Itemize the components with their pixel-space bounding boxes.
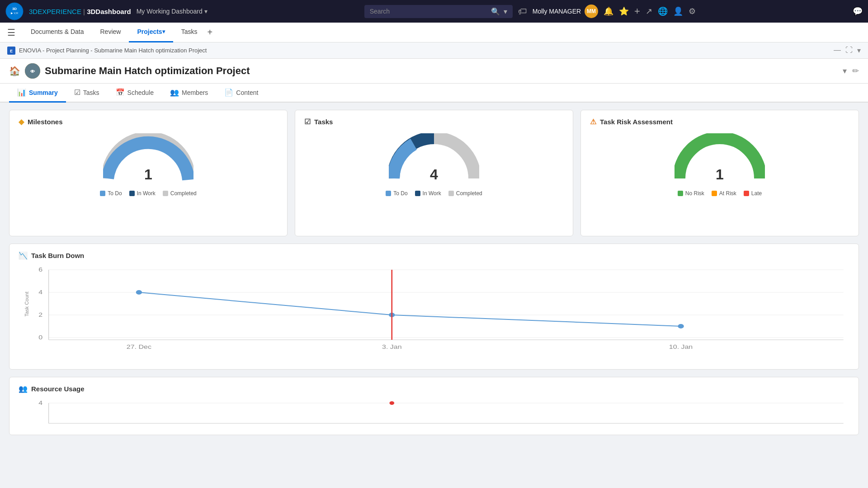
milestones-icon: ◆ — [19, 117, 24, 126]
nav-documents[interactable]: Documents & Data — [23, 23, 92, 42]
search-dropdown-icon[interactable]: ▾ — [504, 7, 507, 16]
dashboard-name[interactable]: My Working Dashboard ▾ — [137, 8, 208, 15]
milestones-widget: ◆ Milestones 1 To — [9, 110, 288, 236]
tag-icon[interactable]: 🏷 — [518, 6, 527, 17]
burndown-svg: 6 4 2 0 27. Dec 3. Jan 10. — [19, 265, 849, 360]
svg-text:0: 0 — [38, 334, 42, 341]
tasks-widget-icon: ☑ — [304, 117, 311, 126]
project-header-actions: ▾ ✏ — [843, 66, 859, 76]
atrisk-dot — [712, 191, 717, 196]
tasks-todo-dot — [386, 191, 391, 196]
resource-title: 👥 Resource Usage — [19, 385, 849, 393]
svg-text:4: 4 — [38, 400, 42, 406]
notifications-icon[interactable]: 🔔 — [604, 6, 613, 16]
risk-legend-late: Late — [744, 190, 762, 197]
tasks-tab-icon: ☑ — [74, 88, 80, 97]
burndown-y-label: Task Count — [24, 291, 29, 316]
svg-text:3D: 3D — [12, 7, 17, 11]
home-icon[interactable]: 🏠 — [9, 66, 20, 76]
add-icon[interactable]: + — [634, 5, 640, 17]
breadcrumb-actions: — ⛶ ▾ — [834, 46, 861, 55]
todo-dot — [100, 191, 105, 196]
svg-point-28 — [389, 401, 394, 405]
hamburger-menu[interactable]: ☰ — [7, 27, 15, 38]
milestones-title: ◆ Milestones — [19, 117, 278, 126]
expand-header-icon[interactable]: ▾ — [843, 66, 847, 76]
avatar: MM — [585, 5, 598, 18]
burndown-title: 📉 Task Burn Down — [19, 251, 849, 260]
add-nav-item-button[interactable]: + — [207, 27, 212, 38]
tab-members[interactable]: 👥 Members — [162, 84, 216, 103]
edit-icon[interactable]: ✏ — [852, 66, 859, 76]
schedule-tab-icon: 📅 — [116, 88, 125, 97]
burndown-card: 📉 Task Burn Down 6 4 2 0 — [9, 244, 859, 370]
user-menu[interactable]: Molly MANAGER MM — [533, 5, 598, 18]
svg-point-19 — [678, 324, 684, 328]
inwork-dot — [129, 191, 135, 196]
nav-tasks[interactable]: Tasks — [173, 23, 206, 42]
svg-text:▶ V,R: ▶ V,R — [11, 12, 19, 14]
breadcrumb-bar: E ENOVIA - Project Planning - Submarine … — [0, 42, 868, 59]
search-icon: 🔍 — [491, 7, 500, 16]
svg-text:👁: 👁 — [30, 69, 35, 74]
summary-tab-icon: 📊 — [17, 88, 26, 97]
tasks-legend: To Do In Work Completed — [386, 190, 482, 197]
project-title: Submarine Main Hatch optimization Projec… — [45, 65, 250, 77]
content-tab-icon: 📄 — [224, 88, 233, 97]
expand-icon[interactable]: ⛶ — [845, 46, 853, 55]
collapse-icon[interactable]: ▾ — [857, 46, 861, 55]
svg-text:E: E — [10, 49, 13, 53]
risk-chart: 1 No Risk At Risk Late — [590, 133, 849, 197]
tasks-donut: 4 — [389, 133, 479, 183]
tasks-count: 4 — [430, 166, 438, 183]
user-name: Molly MANAGER — [533, 8, 581, 15]
tab-summary[interactable]: 📊 Summary — [9, 84, 66, 103]
people-icon[interactable]: 👤 — [673, 6, 683, 16]
search-input[interactable] — [370, 8, 487, 15]
main-content: ◆ Milestones 1 To — [0, 103, 868, 485]
risk-legend-atrisk: At Risk — [712, 190, 736, 197]
risk-title: ⚠ Task Risk Assessment — [590, 117, 849, 126]
completed-dot — [163, 191, 168, 196]
risk-widget: ⚠ Task Risk Assessment 1 No Risk — [580, 110, 859, 236]
legend-todo: To Do — [100, 190, 122, 197]
nav-review[interactable]: Review — [92, 23, 129, 42]
breadcrumb-icon: E — [7, 47, 15, 55]
milestones-legend: To Do In Work Completed — [100, 190, 197, 197]
nav-projects[interactable]: Projects ▾ — [129, 23, 173, 42]
members-tab-icon: 👥 — [170, 88, 179, 97]
svg-text:2: 2 — [38, 312, 42, 318]
project-logo: 👁 — [25, 63, 40, 79]
tab-content[interactable]: 📄 Content — [216, 84, 266, 103]
tab-schedule[interactable]: 📅 Schedule — [108, 84, 162, 103]
resource-card: 👥 Resource Usage 4 — [9, 377, 859, 435]
tab-tasks[interactable]: ☑ Tasks — [66, 84, 108, 103]
norisk-dot — [678, 191, 683, 196]
burndown-icon: 📉 — [19, 251, 28, 260]
tasks-legend-inwork: In Work — [415, 190, 441, 197]
widgets-row: ◆ Milestones 1 To — [9, 110, 859, 236]
burndown-chart-area: 6 4 2 0 27. Dec 3. Jan 10. — [19, 265, 849, 362]
late-dot — [744, 191, 749, 196]
share-icon[interactable]: ⭐ — [619, 6, 629, 16]
tasks-chart: 4 To Do In Work Completed — [304, 133, 564, 197]
tasks-completed-dot — [448, 191, 454, 196]
minimize-icon[interactable]: — — [834, 46, 841, 55]
tasks-legend-completed: Completed — [448, 190, 482, 197]
project-header: 🏠 👁 Submarine Main Hatch optimization Pr… — [0, 59, 868, 84]
chat-icon[interactable]: 💬 — [853, 6, 863, 16]
tasks-inwork-dot — [415, 191, 420, 196]
send-icon[interactable]: ↗ — [646, 6, 652, 16]
search-bar: 🔍 ▾ — [364, 5, 513, 18]
settings-icon[interactable]: ⚙ — [689, 6, 696, 16]
svg-point-0 — [6, 3, 23, 20]
risk-donut: 1 — [675, 133, 765, 183]
app-logo[interactable]: 3D ▶ V,R — [5, 2, 24, 20]
svg-text:6: 6 — [38, 267, 42, 273]
brand-label: 3DEXPERIENCE | 3DDashboard — [29, 8, 131, 15]
milestones-chart: 1 To Do In Work Completed — [19, 133, 278, 197]
svg-text:4: 4 — [38, 289, 42, 296]
svg-text:10. Jan: 10. Jan — [669, 344, 693, 350]
tasks-widget-title: ☑ Tasks — [304, 117, 564, 126]
community-icon[interactable]: 🌐 — [658, 6, 668, 16]
